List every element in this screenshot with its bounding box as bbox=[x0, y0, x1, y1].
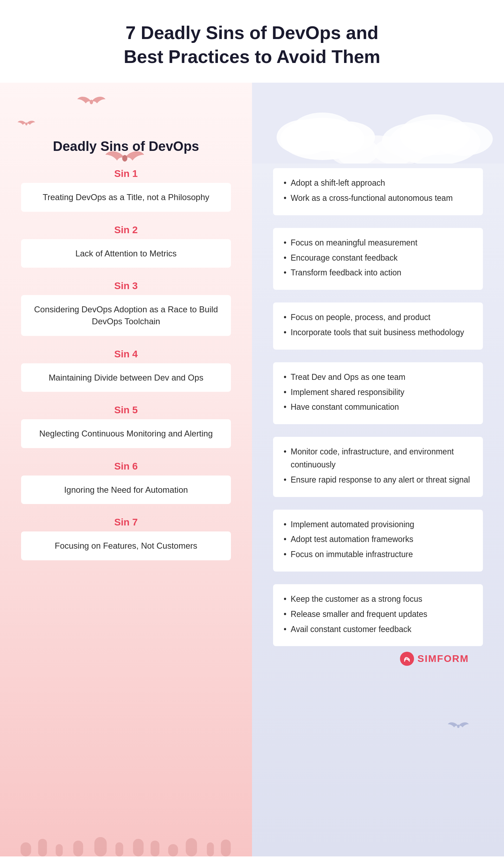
title-line2: Best Practices to Avoid Them bbox=[124, 46, 380, 67]
clouds-decoration bbox=[252, 83, 504, 164]
left-column: Deadly Sins of DevOps Sin 1 Treating Dev… bbox=[0, 83, 252, 856]
header-section: 7 Deadly Sins of DevOps and Best Practic… bbox=[0, 0, 504, 83]
practice-item: Keep the customer as a strong focus bbox=[284, 593, 472, 606]
title-line1: 7 Deadly Sins of DevOps and bbox=[125, 23, 379, 43]
svg-point-1 bbox=[25, 123, 27, 126]
practice-item: Adopt test automation frameworks bbox=[284, 533, 472, 546]
simform-logo-icon bbox=[402, 653, 412, 664]
practice-item: Monitor code, infrastructure, and enviro… bbox=[284, 445, 472, 471]
simform-icon bbox=[400, 652, 414, 666]
practice-item: Incorporate tools that suit business met… bbox=[284, 326, 472, 339]
svg-point-0 bbox=[90, 100, 93, 104]
practice-box-2: Focus on meaningful measurement Encourag… bbox=[273, 228, 483, 290]
practice-list-1: Adopt a shift-left approach Work as a cr… bbox=[284, 177, 472, 205]
simform-label: SIMFORM bbox=[418, 653, 469, 664]
practice-item: Focus on immutable infrastructure bbox=[284, 548, 472, 561]
bat-icon-right bbox=[448, 719, 469, 733]
sin-entry-3: Sin 3 Considering DevOps Adoption as a R… bbox=[21, 280, 231, 336]
practice-item: Avail constant customer feedback bbox=[284, 623, 472, 636]
sin-label-4: Sin 4 bbox=[21, 349, 231, 360]
sin-entry-4: Sin 4 Maintaining Divide between Dev and… bbox=[21, 349, 231, 392]
practice-item: Have constant communication bbox=[284, 401, 472, 414]
sin-entry-7: Sin 7 Focusing on Features, Not Customer… bbox=[21, 517, 231, 560]
svg-rect-4 bbox=[38, 839, 47, 856]
sin-entry-5: Sin 5 Neglecting Continuous Monitoring a… bbox=[21, 404, 231, 448]
sin-label-3: Sin 3 bbox=[21, 280, 231, 292]
sin-box-2: Lack of Attention to Metrics bbox=[21, 239, 231, 268]
sin-label-7: Sin 7 bbox=[21, 517, 231, 528]
practice-box-7: Keep the customer as a strong focus Rele… bbox=[273, 584, 483, 646]
practice-list-2: Focus on meaningful measurement Encourag… bbox=[284, 236, 472, 279]
practice-item: Transform feedback into action bbox=[284, 266, 472, 279]
practice-item: Implement automated provisioning bbox=[284, 518, 472, 531]
sin-box-5: Neglecting Continuous Monitoring and Ale… bbox=[21, 419, 231, 448]
svg-rect-10 bbox=[151, 841, 160, 856]
svg-rect-13 bbox=[207, 842, 214, 856]
practice-list-4: Treat Dev and Ops as one team Implement … bbox=[284, 371, 472, 414]
bat-icon-2 bbox=[18, 118, 35, 130]
practice-item: Focus on meaningful measurement bbox=[284, 236, 472, 249]
practice-item: Work as a cross-functional autonomous te… bbox=[284, 192, 472, 205]
practice-item: Implement shared responsibility bbox=[284, 386, 472, 399]
practice-box-4: Treat Dev and Ops as one team Implement … bbox=[273, 362, 483, 424]
practice-box-6: Implement automated provisioning Adopt t… bbox=[273, 510, 483, 572]
practice-box-3: Focus on people, process, and product In… bbox=[273, 302, 483, 350]
svg-rect-8 bbox=[116, 842, 123, 856]
practice-item: Release smaller and frequent updates bbox=[284, 608, 472, 621]
svg-rect-14 bbox=[221, 840, 231, 856]
practice-item: Treat Dev and Ops as one team bbox=[284, 371, 472, 384]
practice-item: Focus on people, process, and product bbox=[284, 311, 472, 324]
sin-box-1: Treating DevOps as a Title, not a Philos… bbox=[21, 183, 231, 212]
svg-rect-6 bbox=[73, 841, 83, 856]
footer-logo: SIMFORM bbox=[259, 652, 469, 666]
practice-box-5: Monitor code, infrastructure, and enviro… bbox=[273, 437, 483, 497]
practice-list-5: Monitor code, infrastructure, and enviro… bbox=[284, 445, 472, 486]
bat-icon-1 bbox=[77, 93, 105, 111]
practice-item: Encourage constant feedback bbox=[284, 251, 472, 264]
svg-point-2 bbox=[122, 155, 128, 161]
sin-entry-2: Sin 2 Lack of Attention to Metrics bbox=[21, 224, 231, 268]
sin-box-6: Ignoring the Need for Automation bbox=[21, 476, 231, 504]
bat-icon-3 bbox=[105, 146, 144, 171]
sin-label-2: Sin 2 bbox=[21, 224, 231, 236]
bottom-decoration bbox=[0, 821, 252, 856]
sin-label-6: Sin 6 bbox=[21, 461, 231, 472]
practice-item: Adopt a shift-left approach bbox=[284, 177, 472, 190]
sin-box-3: Considering DevOps Adoption as a Race to… bbox=[21, 295, 231, 336]
svg-rect-12 bbox=[186, 838, 197, 856]
svg-rect-3 bbox=[21, 842, 31, 856]
practice-box-1: Adopt a shift-left approach Work as a cr… bbox=[273, 168, 483, 215]
svg-rect-7 bbox=[95, 837, 107, 856]
main-columns: Deadly Sins of DevOps Sin 1 Treating Dev… bbox=[0, 83, 504, 856]
practice-list-6: Implement automated provisioning Adopt t… bbox=[284, 518, 472, 561]
svg-rect-9 bbox=[133, 839, 144, 856]
practice-item: Ensure rapid response to any alert or th… bbox=[284, 473, 472, 486]
svg-rect-5 bbox=[56, 844, 63, 856]
practice-list-7: Keep the customer as a strong focus Rele… bbox=[284, 593, 472, 636]
right-column: Best Practices to Avoid Them Adopt a shi… bbox=[252, 83, 504, 856]
sin-entry-1: Sin 1 Treating DevOps as a Title, not a … bbox=[21, 168, 231, 212]
sin-box-4: Maintaining Divide between Dev and Ops bbox=[21, 363, 231, 392]
svg-point-27 bbox=[457, 725, 459, 728]
practice-list-3: Focus on people, process, and product In… bbox=[284, 311, 472, 339]
sin-box-7: Focusing on Features, Not Customers bbox=[21, 531, 231, 560]
page-wrapper: 7 Deadly Sins of DevOps and Best Practic… bbox=[0, 0, 504, 861]
page-title: 7 Deadly Sins of DevOps and Best Practic… bbox=[70, 21, 434, 69]
sin-entry-6: Sin 6 Ignoring the Need for Automation bbox=[21, 461, 231, 504]
svg-rect-11 bbox=[168, 844, 178, 856]
sin-label-5: Sin 5 bbox=[21, 404, 231, 416]
